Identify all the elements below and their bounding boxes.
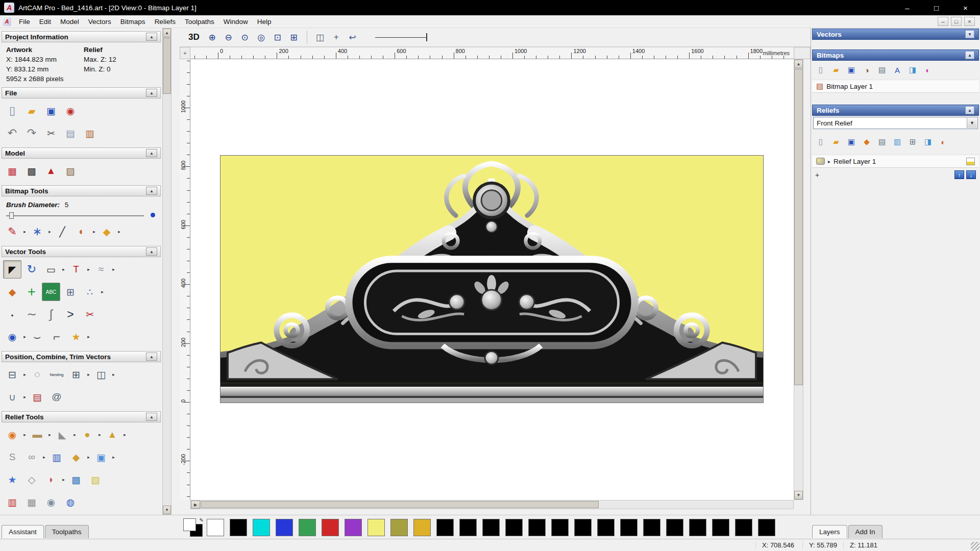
create-star-icon-flyout[interactable]: ▸ bbox=[86, 328, 91, 346]
zoom-page-icon[interactable]: ⊞ bbox=[286, 30, 302, 45]
palette-swatch-16[interactable] bbox=[574, 519, 592, 536]
close-button[interactable]: × bbox=[951, 0, 980, 15]
vectors-collapse-icon[interactable]: ▼ bbox=[965, 30, 974, 38]
palette-swatch-9[interactable] bbox=[413, 519, 431, 536]
palette-swatch-14[interactable] bbox=[528, 519, 546, 536]
open-model-icon[interactable]: ▰ bbox=[22, 102, 41, 120]
menu-edit[interactable]: Edit bbox=[35, 15, 56, 28]
menu-help[interactable]: Help bbox=[253, 15, 276, 28]
copy-icon[interactable]: ▤ bbox=[61, 124, 80, 142]
create-arc-icon[interactable]: ⌣ bbox=[28, 328, 46, 346]
vscroll-thumb[interactable] bbox=[794, 69, 803, 385]
create-freehand-icon[interactable]: ∼ bbox=[22, 305, 41, 323]
reliefs-collapse-icon[interactable]: ▲ bbox=[965, 106, 974, 114]
palette-swatch-11[interactable] bbox=[459, 519, 477, 536]
make-grid-icon[interactable]: ⊞ bbox=[61, 283, 80, 301]
create-text-icon-flyout[interactable]: ▸ bbox=[86, 260, 91, 279]
palette-swatch-23[interactable] bbox=[735, 519, 752, 536]
shape-editor-icon-flyout[interactable]: ▸ bbox=[22, 425, 28, 444]
smooth-relief-icon[interactable]: ▬ bbox=[28, 425, 46, 444]
canvas-vscrollbar[interactable]: ▲ ▼ bbox=[794, 59, 803, 500]
palette-swatch-0[interactable] bbox=[207, 519, 224, 536]
menu-file[interactable]: File bbox=[14, 15, 35, 28]
relief-colours-icon[interactable]: ◐ bbox=[937, 135, 950, 148]
palette-swatch-21[interactable] bbox=[689, 519, 706, 536]
paste-along-curve-icon-flyout[interactable]: ▸ bbox=[100, 283, 105, 301]
section-position-combine-trim[interactable]: Position, Combine, Trim Vectors ▲ bbox=[2, 351, 161, 362]
create-text-icon[interactable]: T bbox=[67, 260, 85, 279]
relief-preview-icon[interactable]: ▤ bbox=[875, 135, 889, 148]
save-bitmap-icon[interactable]: ▣ bbox=[845, 63, 858, 77]
rollup-icon[interactable]: ▲ bbox=[146, 247, 157, 256]
load-relief-icon[interactable]: ▨ bbox=[61, 162, 80, 180]
align-objects-icon-flyout[interactable]: ▸ bbox=[22, 365, 28, 384]
cut-icon[interactable]: ✂ bbox=[42, 124, 60, 142]
rollup-icon[interactable]: ▲ bbox=[146, 89, 157, 97]
section-model[interactable]: Model ▲ bbox=[2, 147, 161, 159]
delete-relief-icon[interactable]: ◨ bbox=[921, 135, 935, 148]
rollup-icon[interactable]: ▲ bbox=[146, 413, 157, 421]
smart-engrave-icon[interactable]: S bbox=[3, 448, 21, 466]
tab-assistant[interactable]: Assistant bbox=[2, 525, 44, 538]
palette-swatch-2[interactable] bbox=[253, 519, 270, 536]
relief-tool-icon[interactable]: ▦ bbox=[22, 493, 41, 511]
colour-picker-icon[interactable]: ╱ bbox=[53, 222, 71, 241]
palette-swatch-1[interactable] bbox=[230, 519, 247, 536]
redo-icon[interactable]: ↷ bbox=[22, 124, 41, 142]
mdi-minimize-button[interactable]: – bbox=[938, 17, 948, 26]
flood-fill-icon[interactable]: ◆ bbox=[97, 222, 116, 241]
open-bitmap-icon[interactable]: ▰ bbox=[829, 63, 843, 77]
bitmap-contrast-icon[interactable]: ◑ bbox=[860, 63, 873, 77]
turn-icon[interactable]: ▣ bbox=[92, 448, 110, 466]
create-star-icon[interactable]: ★ bbox=[67, 328, 85, 346]
create-circle-icon-flyout[interactable]: ▸ bbox=[22, 328, 28, 346]
rollup-icon[interactable]: ▲ bbox=[146, 33, 157, 41]
combo-dropdown-icon[interactable]: ▼ bbox=[967, 118, 977, 128]
block-copy-icon-flyout[interactable]: ▸ bbox=[86, 365, 91, 384]
node-editing-icon[interactable]: + bbox=[22, 283, 41, 301]
zoom-fit-icon[interactable]: ⊡ bbox=[270, 30, 285, 45]
assistant-scroll-thumb[interactable] bbox=[163, 38, 171, 94]
create-polyline-icon[interactable]: > bbox=[61, 305, 80, 323]
fillet-icon[interactable]: ⌐ bbox=[47, 328, 66, 346]
scroll-down-icon[interactable]: ▼ bbox=[794, 491, 803, 499]
menu-reliefs[interactable]: Reliefs bbox=[150, 15, 180, 28]
palette-swatch-24[interactable] bbox=[758, 519, 775, 536]
ruler-origin-button[interactable]: + bbox=[180, 47, 190, 59]
palette-swatch-22[interactable] bbox=[712, 519, 729, 536]
turn-icon-flyout[interactable]: ▸ bbox=[111, 448, 116, 466]
menu-vectors[interactable]: Vectors bbox=[84, 15, 116, 28]
texture-relief-icon-flyout[interactable]: ▸ bbox=[122, 425, 128, 444]
rollup-icon[interactable]: ▲ bbox=[146, 187, 157, 195]
palette-swatch-15[interactable] bbox=[551, 519, 569, 536]
create-circle-icon[interactable]: ◉ bbox=[3, 328, 21, 346]
palette-swatch-6[interactable] bbox=[345, 519, 362, 536]
sculpt-icon[interactable]: ◣ bbox=[53, 425, 71, 444]
palette-swatch-5[interactable] bbox=[322, 519, 339, 536]
vector-doctor-icon[interactable]: ◆ bbox=[3, 283, 21, 301]
extrude-icon-flyout[interactable]: ▸ bbox=[86, 448, 91, 466]
create-rectangle-icon-flyout[interactable]: ▸ bbox=[61, 260, 66, 279]
slider-handle[interactable] bbox=[9, 212, 14, 219]
pane-toggle-icon[interactable]: ▶ bbox=[191, 500, 200, 509]
weave-relief-icon[interactable]: ∞ bbox=[22, 448, 41, 466]
slider-link-dot[interactable] bbox=[151, 213, 155, 217]
menu-model[interactable]: Model bbox=[56, 15, 84, 28]
add-relief-layer-button[interactable]: + bbox=[815, 171, 823, 179]
extrude-icon[interactable]: ◆ bbox=[67, 448, 85, 466]
transform-vectors-icon[interactable]: ↻ bbox=[22, 260, 41, 279]
section-bitmap-tools[interactable]: Bitmap Tools ▲ bbox=[2, 185, 161, 196]
brush-diameter-slider[interactable] bbox=[6, 211, 156, 219]
zoom-in-icon[interactable]: ⊕ bbox=[205, 30, 220, 45]
weave-vectors-icon[interactable]: ▤ bbox=[28, 388, 46, 406]
move-layer-up-button[interactable]: ↑ bbox=[954, 170, 964, 179]
palette-swatch-18[interactable] bbox=[620, 519, 638, 536]
relief-layer-row[interactable]: ▸ Relief Layer 1 bbox=[812, 155, 979, 168]
section-relief-tools[interactable]: Relief Tools ▲ bbox=[2, 411, 161, 422]
relief-tool-icon[interactable]: ◉ bbox=[42, 493, 60, 511]
relief-tool-icon[interactable]: ◍ bbox=[61, 493, 80, 511]
bitmaps-collapse-icon[interactable]: ▲ bbox=[965, 51, 974, 59]
new-relief-icon[interactable]: ▯ bbox=[814, 135, 827, 148]
tab-toolpaths[interactable]: Toolpaths bbox=[45, 525, 89, 538]
offset-relief-icon[interactable]: ▧ bbox=[86, 470, 105, 489]
